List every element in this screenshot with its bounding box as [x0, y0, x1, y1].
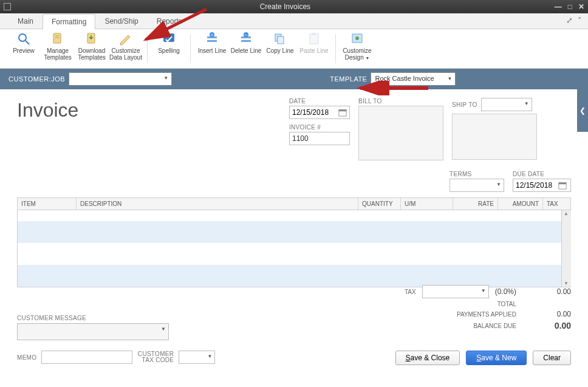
- download-templates-button[interactable]: Download Templates: [75, 32, 108, 61]
- preview-button[interactable]: Preview: [7, 32, 40, 54]
- expand-icon[interactable]: ⤢: [566, 16, 573, 25]
- invoice-num-input[interactable]: [289, 132, 350, 145]
- document-icon: [50, 32, 65, 46]
- date-input[interactable]: [289, 106, 350, 119]
- tab-bar: Main Formatting Send/Ship Reports ⤢ ˄: [0, 13, 588, 29]
- invoice-num-label: INVOICE #: [289, 124, 350, 131]
- svg-text:−: −: [245, 32, 248, 38]
- download-icon: [84, 32, 99, 46]
- window-icon: [4, 3, 11, 10]
- svg-point-20: [355, 36, 359, 40]
- customer-job-label: CUSTOMER:JOB: [9, 75, 65, 83]
- total-label: TOTAL: [497, 301, 516, 307]
- customer-tax-select[interactable]: [179, 351, 215, 364]
- template-select[interactable]: Rock Castle Invoice: [371, 72, 456, 86]
- balance-label: BALANCE DUE: [473, 323, 516, 329]
- col-amt[interactable]: AMOUNT: [497, 198, 542, 210]
- totals-area: TAX (0.0%) 0.00 TOTAL PAYMENTS APPLIED 0…: [255, 285, 571, 333]
- shipto-box[interactable]: [452, 114, 537, 160]
- delete-line-icon: −: [239, 32, 253, 46]
- svg-rect-8: [207, 40, 217, 42]
- copy-icon: [273, 32, 287, 46]
- billto-label: BILL TO: [358, 98, 443, 104]
- svg-rect-24: [559, 183, 566, 185]
- title-bar: Create Invoices — □ ✕: [0, 0, 588, 13]
- grid-scrollbar[interactable]: [561, 210, 571, 287]
- tax-pct: (0.0%): [495, 287, 516, 296]
- due-date-input[interactable]: [513, 179, 571, 192]
- save-new-button[interactable]: Save & NewSave & New: [466, 351, 527, 365]
- billto-box[interactable]: [358, 106, 443, 160]
- date-label: DATE: [289, 98, 350, 104]
- template-label: TEMPLATE: [330, 75, 367, 83]
- insert-line-button[interactable]: + Insert Line: [196, 32, 228, 54]
- copy-line-button[interactable]: Copy Line: [264, 32, 296, 54]
- svg-rect-17: [310, 34, 318, 44]
- tax-label: TAX: [405, 289, 416, 295]
- memo-input[interactable]: [41, 351, 132, 364]
- customize-design-button[interactable]: Customize Design ▼: [341, 32, 374, 61]
- invoice-form: Invoice DATE INVOICE # BILL TO SHIP TO T…: [0, 89, 588, 387]
- close-icon[interactable]: ✕: [578, 2, 584, 11]
- tax-select[interactable]: [422, 285, 489, 298]
- grid-body[interactable]: [18, 210, 570, 287]
- design-icon: [350, 32, 364, 46]
- col-qty[interactable]: QUANTITY: [358, 198, 400, 210]
- col-tax[interactable]: TAX: [542, 198, 570, 210]
- svg-line-1: [26, 41, 29, 44]
- svg-rect-16: [278, 36, 284, 44]
- calendar-icon[interactable]: [338, 108, 347, 117]
- paste-line-button: Paste Line: [298, 32, 330, 54]
- svg-point-0: [19, 34, 26, 41]
- delete-line-button[interactable]: − Delete Line: [230, 32, 262, 54]
- shipto-label: SHIP TO: [452, 101, 477, 108]
- insert-line-icon: +: [205, 32, 219, 46]
- pencil-icon: [118, 32, 133, 46]
- maximize-icon[interactable]: □: [568, 2, 572, 11]
- col-um[interactable]: U/M: [400, 198, 453, 210]
- customer-job-select[interactable]: [69, 72, 172, 86]
- col-desc[interactable]: DESCRIPTION: [76, 198, 358, 210]
- col-item[interactable]: ITEM: [18, 198, 76, 210]
- customer-message-select[interactable]: [17, 323, 169, 340]
- balance-amount: 0.00: [522, 321, 571, 330]
- col-rate[interactable]: RATE: [453, 198, 497, 210]
- magnifier-icon: [16, 32, 31, 46]
- due-date-label: DUE DATE: [513, 171, 571, 177]
- collapse-ribbon-icon[interactable]: ˄: [578, 16, 582, 25]
- svg-rect-18: [312, 33, 316, 35]
- calendar-icon[interactable]: [558, 181, 567, 190]
- paste-icon: [307, 32, 321, 46]
- shipto-select[interactable]: [481, 98, 532, 111]
- payments-label: PAYMENTS APPLIED: [457, 311, 516, 318]
- save-close-button[interactable]: SSave & Closeave & Close: [395, 351, 460, 365]
- spellcheck-icon: [162, 32, 176, 46]
- line-items-grid: ITEM DESCRIPTION QUANTITY U/M RATE AMOUN…: [17, 197, 571, 287]
- tab-reports[interactable]: Reports: [148, 13, 191, 29]
- svg-text:+: +: [211, 32, 214, 38]
- payments-amount: 0.00: [522, 310, 571, 318]
- customer-bar: CUSTOMER:JOB TEMPLATE Rock Castle Invoic…: [0, 69, 588, 89]
- customer-message-label: CUSTOMER MESSAGE: [17, 315, 86, 321]
- customize-layout-button[interactable]: Customize Data Layout: [109, 32, 142, 61]
- terms-select[interactable]: [450, 179, 504, 192]
- memo-label: MEMO: [17, 354, 36, 361]
- svg-rect-2: [53, 33, 61, 43]
- tab-sendship[interactable]: Send/Ship: [95, 13, 147, 29]
- svg-rect-22: [339, 110, 346, 112]
- window-title: Create Invoices: [16, 2, 555, 11]
- tax-amount: 0.00: [522, 287, 571, 296]
- terms-label: TERMS: [450, 171, 504, 177]
- grid-header: ITEM DESCRIPTION QUANTITY U/M RATE AMOUN…: [18, 198, 570, 210]
- svg-rect-12: [241, 40, 251, 42]
- tab-main[interactable]: Main: [9, 13, 43, 29]
- ribbon: Preview Manage Templates Download Templa…: [0, 29, 588, 69]
- tab-formatting[interactable]: Formatting: [43, 14, 95, 29]
- clear-button[interactable]: Clear: [533, 351, 571, 365]
- minimize-icon[interactable]: —: [555, 2, 562, 11]
- customer-tax-label: CUSTOMER TAX CODE: [137, 351, 174, 363]
- spelling-button[interactable]: Spelling: [152, 32, 185, 54]
- manage-templates-button[interactable]: Manage Templates: [41, 32, 74, 61]
